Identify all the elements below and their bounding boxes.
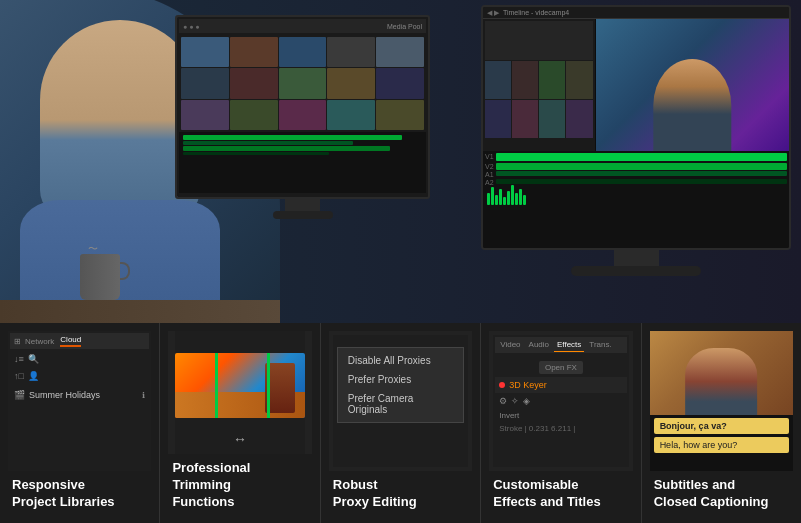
tab-transition[interactable]: Trans. bbox=[586, 338, 614, 352]
proxy-menu-item-disable[interactable]: Disable All Proxies bbox=[338, 351, 463, 370]
library-list-item[interactable]: 🎬 Summer Holidays ℹ bbox=[10, 387, 149, 403]
stroke-label: Stroke | 0.231 6.211 | bbox=[499, 424, 575, 433]
network-tab[interactable]: Network bbox=[25, 337, 54, 346]
invert-label: Invert bbox=[495, 409, 626, 422]
right-monitor-title: Timeline - videcamp4 bbox=[503, 9, 569, 16]
info-icon: ℹ bbox=[142, 391, 145, 400]
panel-customisable-effects-and-titles: Video Audio Effects Trans. Open FX 3D Ke… bbox=[481, 323, 641, 523]
mug: 〜 bbox=[80, 254, 120, 300]
subtitle-label-line1: Subtitles and bbox=[654, 477, 736, 492]
download-icon[interactable]: ↓≡ bbox=[14, 354, 24, 364]
monitor-left: ● ● ● Media Pool bbox=[175, 15, 430, 245]
tab-effects[interactable]: Effects bbox=[554, 338, 584, 352]
effects-control-icon-1: ⚙ bbox=[499, 396, 507, 406]
subtitle-line-2: Hela, how are you? bbox=[654, 437, 789, 453]
panel-3-label: Robust Proxy Editing bbox=[329, 471, 472, 515]
proxy-menu-item-prefer[interactable]: Prefer Proxies bbox=[338, 370, 463, 389]
left-monitor-title: Media Pool bbox=[387, 23, 422, 30]
effects-label-line1: Customisable bbox=[493, 477, 578, 492]
effects-control-icon-3: ◈ bbox=[523, 396, 530, 406]
cloud-tab[interactable]: Cloud bbox=[60, 335, 81, 347]
upload-icon: ↑□ bbox=[14, 371, 24, 381]
effects-control-icon-2: ✧ bbox=[511, 396, 519, 406]
panel-4-content: Video Audio Effects Trans. Open FX 3D Ke… bbox=[489, 331, 632, 471]
panel-3-content: Disable All Proxies Prefer Proxies Prefe… bbox=[329, 331, 472, 471]
panel-subtitles-and-closed-captioning: Bonjour, ça va? Hela, how are you? Subti… bbox=[642, 323, 801, 523]
proxy-label-line1: Robust bbox=[333, 477, 378, 492]
proxy-label-line2: Proxy Editing bbox=[333, 494, 417, 509]
open-fx-button[interactable]: Open FX bbox=[539, 361, 583, 374]
label-line1: Responsive bbox=[12, 477, 85, 492]
panel-4-label: Customisable Effects and Titles bbox=[489, 471, 632, 515]
panel-professional-trimming-functions: ↔ Professional Trimming Functions bbox=[160, 323, 320, 523]
keyer-label[interactable]: 3D Keyer bbox=[509, 380, 547, 390]
panel-1-content: ⊞ Network Cloud ↓≡ 🔍 ↑□ 👤 🎬 Summer Holid… bbox=[8, 331, 151, 471]
proxy-menu-item-camera[interactable]: Prefer Camera Originals bbox=[338, 389, 463, 419]
panel-2-content: ↔ bbox=[168, 331, 311, 454]
person-icon: 👤 bbox=[28, 371, 39, 381]
hero-section: 〜 ● ● ● Media Pool bbox=[0, 0, 801, 340]
subtitle-line-1: Bonjour, ça va? bbox=[654, 418, 789, 434]
panel-5-content: Bonjour, ça va? Hela, how are you? bbox=[650, 331, 793, 471]
trim-label-line2: Trimming bbox=[172, 477, 231, 492]
panel-1-label: Responsive Project Libraries bbox=[8, 471, 151, 515]
panel-2-label: Professional Trimming Functions bbox=[168, 454, 311, 515]
panel-responsive-project-libraries: ⊞ Network Cloud ↓≡ 🔍 ↑□ 👤 🎬 Summer Holid… bbox=[0, 323, 160, 523]
search-icon[interactable]: 🔍 bbox=[28, 354, 39, 364]
subtitle-label-line2: Closed Captioning bbox=[654, 494, 769, 509]
label-line2: Project Libraries bbox=[12, 494, 115, 509]
effects-label-line2: Effects and Titles bbox=[493, 494, 600, 509]
tab-video[interactable]: Video bbox=[497, 338, 523, 352]
keyer-indicator bbox=[499, 382, 505, 388]
monitor-right: ◀ ▶ Timeline - videcamp4 bbox=[481, 5, 791, 300]
panel-5-label: Subtitles and Closed Captioning bbox=[650, 471, 793, 515]
panel-robust-proxy-editing: Disable All Proxies Prefer Proxies Prefe… bbox=[321, 323, 481, 523]
tab-audio[interactable]: Audio bbox=[526, 338, 552, 352]
trim-label-line1: Professional bbox=[172, 460, 250, 475]
trim-label-line3: Functions bbox=[172, 494, 234, 509]
library-item-name: Summer Holidays bbox=[29, 390, 100, 400]
trim-arrows-icon: ↔ bbox=[233, 431, 247, 447]
features-row: ⊞ Network Cloud ↓≡ 🔍 ↑□ 👤 🎬 Summer Holid… bbox=[0, 323, 801, 523]
